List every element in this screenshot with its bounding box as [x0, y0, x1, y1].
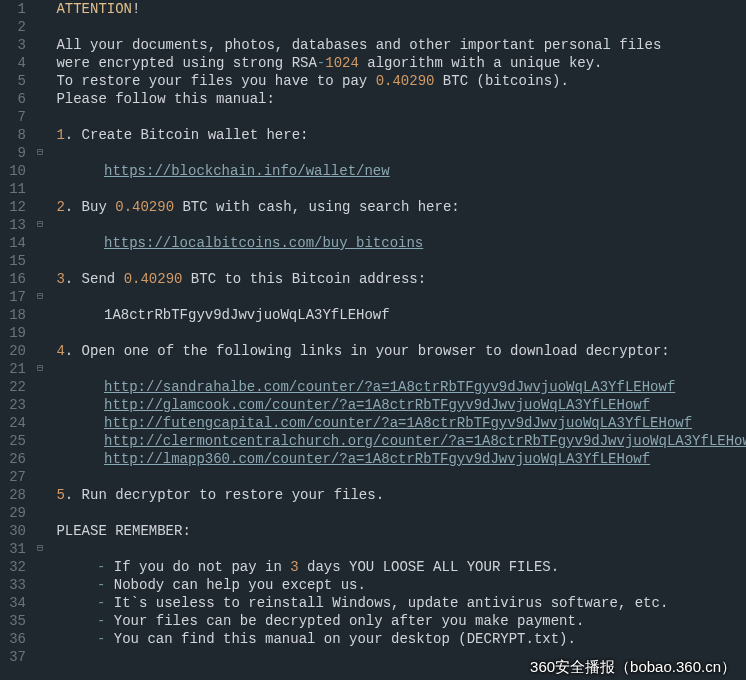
code-token: ). — [559, 631, 576, 647]
fold-empty — [34, 270, 46, 288]
line-number: 7 — [4, 108, 26, 126]
line-number: 16 — [4, 270, 26, 288]
fold-column[interactable]: ⊟⊟⊟⊟⊟ — [34, 0, 46, 662]
fold-toggle-icon[interactable]: ⊟ — [34, 144, 46, 162]
code-token: BTC — [434, 73, 476, 89]
code-line[interactable] — [48, 216, 746, 234]
url-text: http://glamcook.com/counter/?a=1A8ctrRbT… — [104, 397, 650, 413]
code-line[interactable]: http://clermontcentralchurch.org/counter… — [48, 432, 746, 450]
code-line[interactable]: https://blockchain.info/wallet/new — [48, 162, 746, 180]
line-number: 4 — [4, 54, 26, 72]
code-line[interactable]: - You can find this manual on your deskt… — [48, 630, 746, 648]
code-token: 0.40290 — [124, 271, 183, 287]
code-token: ( — [476, 73, 484, 89]
line-number: 3 — [4, 36, 26, 54]
fold-toggle-icon[interactable]: ⊟ — [34, 288, 46, 306]
code-token: : — [182, 523, 190, 539]
code-line[interactable]: To restore your files you have to pay 0.… — [48, 72, 746, 90]
line-number: 36 — [4, 630, 26, 648]
code-line[interactable]: All your documents, photos, databases an… — [48, 36, 746, 54]
code-token: Open one of the following links in your … — [73, 343, 661, 359]
line-number: 10 — [4, 162, 26, 180]
line-number: 28 — [4, 486, 26, 504]
code-line[interactable]: 4. Open one of the following links in yo… — [48, 342, 746, 360]
line-number: 21 — [4, 360, 26, 378]
fold-empty — [34, 180, 46, 198]
code-token: . — [65, 199, 73, 215]
code-line[interactable] — [48, 252, 746, 270]
code-line[interactable] — [48, 108, 746, 126]
code-line[interactable] — [48, 540, 746, 558]
line-number: 9 — [4, 144, 26, 162]
code-line[interactable] — [48, 288, 746, 306]
code-token: txt — [534, 631, 559, 647]
line-number: 37 — [4, 648, 26, 666]
code-token: . — [357, 577, 365, 593]
code-token: To restore your files you have to pay — [48, 73, 376, 89]
code-content[interactable]: ATTENTION! All your documents, photos, d… — [46, 0, 746, 662]
code-token: ATTENTION — [48, 1, 132, 17]
code-line[interactable] — [48, 504, 746, 522]
code-line[interactable]: 3. Send 0.40290 BTC to this Bitcoin addr… — [48, 270, 746, 288]
code-token: Nobody can help you except us — [105, 577, 357, 593]
code-line[interactable]: ATTENTION! — [48, 0, 746, 18]
code-token: : — [300, 127, 308, 143]
fold-toggle-icon[interactable]: ⊟ — [34, 540, 46, 558]
fold-toggle-icon[interactable]: ⊟ — [34, 360, 46, 378]
code-line[interactable] — [48, 180, 746, 198]
line-number: 22 — [4, 378, 26, 396]
code-line[interactable]: were encrypted using strong RSA-1024 alg… — [48, 54, 746, 72]
code-line[interactable]: - It`s useless to reinstall Windows, upd… — [48, 594, 746, 612]
code-line[interactable] — [48, 144, 746, 162]
url-text: https://blockchain.info/wallet/new — [104, 163, 390, 179]
code-token: ( — [458, 631, 466, 647]
code-token: . — [576, 613, 584, 629]
fold-empty — [34, 594, 46, 612]
url-text: https://localbitcoins.com/buy_bitcoins — [104, 235, 423, 251]
code-line[interactable]: PLEASE REMEMBER: — [48, 522, 746, 540]
code-token: ). — [552, 73, 569, 89]
code-token: - — [317, 55, 325, 71]
code-line[interactable] — [48, 18, 746, 36]
code-editor[interactable]: 1234567891011121314151617181920212223242… — [0, 0, 746, 662]
code-line[interactable] — [48, 468, 746, 486]
line-number: 12 — [4, 198, 26, 216]
code-token: etc — [626, 595, 660, 611]
line-number: 34 — [4, 594, 26, 612]
code-line[interactable]: - If you do not pay in 3 days YOU LOOSE … — [48, 558, 746, 576]
url-text: http://lmapp360.com/counter/?a=1A8ctrRbT… — [104, 451, 650, 467]
code-line[interactable] — [48, 324, 746, 342]
code-line[interactable]: 1. Create Bitcoin wallet here: — [48, 126, 746, 144]
code-token: Send — [73, 271, 123, 287]
watermark-label: 360安全播报（bobao.360.cn） — [530, 658, 736, 676]
code-line[interactable]: 1A8ctrRbTFgyv9dJwvjuoWqLA3YfLEHowf — [48, 306, 746, 324]
code-line[interactable]: http://sandrahalbe.com/counter/?a=1A8ctr… — [48, 378, 746, 396]
code-token: 0.40290 — [376, 73, 435, 89]
code-token: bitcoins — [485, 73, 552, 89]
code-line[interactable]: https://localbitcoins.com/buy_bitcoins — [48, 234, 746, 252]
code-token: 1024 — [325, 55, 359, 71]
code-line[interactable]: http://futengcapital.com/counter/?a=1A8c… — [48, 414, 746, 432]
code-token: . — [65, 487, 73, 503]
code-token: . — [376, 487, 384, 503]
line-number: 11 — [4, 180, 26, 198]
code-line[interactable]: 5. Run decryptor to restore your files. — [48, 486, 746, 504]
code-line[interactable]: 2. Buy 0.40290 BTC with cash, using sear… — [48, 198, 746, 216]
code-token: 3 — [56, 271, 64, 287]
code-line[interactable]: http://lmapp360.com/counter/?a=1A8ctrRbT… — [48, 450, 746, 468]
code-line[interactable]: - Your files can be decrypted only after… — [48, 612, 746, 630]
code-line[interactable]: - Nobody can help you except us. — [48, 576, 746, 594]
code-token: . — [551, 559, 559, 575]
fold-toggle-icon[interactable]: ⊟ — [34, 216, 46, 234]
code-line[interactable]: http://glamcook.com/counter/?a=1A8ctrRbT… — [48, 396, 746, 414]
line-number: 29 — [4, 504, 26, 522]
fold-empty — [34, 162, 46, 180]
code-line[interactable]: Please follow this manual: — [48, 90, 746, 108]
fold-empty — [34, 234, 46, 252]
fold-empty — [34, 126, 46, 144]
code-token: days YOU LOOSE ALL YOUR FILES — [299, 559, 551, 575]
code-line[interactable] — [48, 360, 746, 378]
line-number: 17 — [4, 288, 26, 306]
url-text: http://futengcapital.com/counter/?a=1A8c… — [104, 415, 692, 431]
code-token: 4 — [56, 343, 64, 359]
